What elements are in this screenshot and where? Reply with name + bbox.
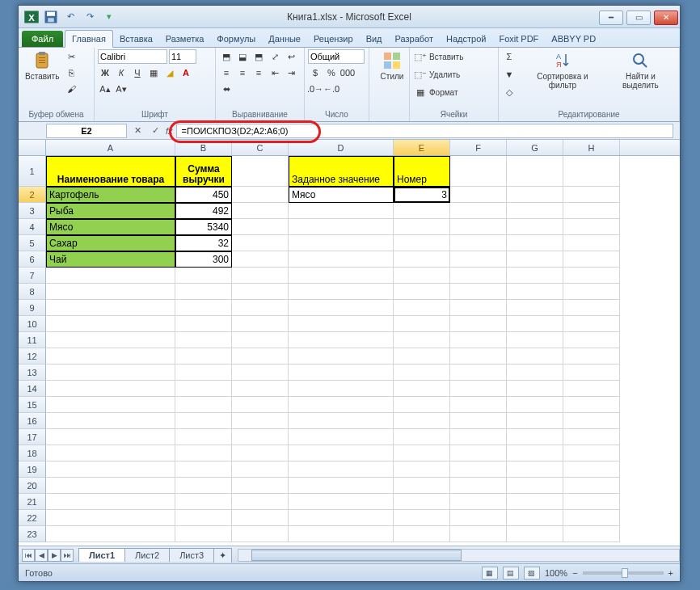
currency-icon[interactable]: $ xyxy=(308,65,323,80)
wrap-text-icon[interactable]: ↩ xyxy=(284,49,298,64)
row-header-13[interactable]: 13 xyxy=(19,365,46,381)
cell-H3[interactable] xyxy=(563,203,620,219)
cell-G4[interactable] xyxy=(507,219,563,235)
zoom-in-icon[interactable]: + xyxy=(668,568,673,578)
row-header-9[interactable]: 9 xyxy=(19,300,46,316)
cell-G1[interactable] xyxy=(507,156,563,187)
cell-H17[interactable] xyxy=(563,429,620,445)
cancel-formula-icon[interactable]: ✕ xyxy=(130,124,145,138)
cell-E5[interactable] xyxy=(394,235,450,251)
zoom-out-icon[interactable]: − xyxy=(572,568,577,578)
cell-E9[interactable] xyxy=(394,300,450,316)
col-header-F[interactable]: F xyxy=(450,140,507,155)
cell-A13[interactable] xyxy=(46,365,175,381)
cell-E20[interactable] xyxy=(394,478,450,494)
cell-B20[interactable] xyxy=(175,478,232,494)
excel-icon[interactable]: X xyxy=(23,9,40,25)
cell-B22[interactable] xyxy=(175,510,232,526)
view-normal-icon[interactable]: ▦ xyxy=(482,567,498,579)
cell-C20[interactable] xyxy=(232,478,289,494)
tab-nav-last-icon[interactable]: ⏭ xyxy=(61,549,74,562)
row-header-16[interactable]: 16 xyxy=(19,413,46,429)
cell-G7[interactable] xyxy=(507,268,563,284)
cell-C10[interactable] xyxy=(232,316,289,332)
percent-icon[interactable]: % xyxy=(324,65,339,80)
qat-dropdown-icon[interactable]: ▾ xyxy=(101,9,117,25)
cell-H12[interactable] xyxy=(563,348,620,365)
cell-E3[interactable] xyxy=(394,203,450,219)
row-header-19[interactable]: 19 xyxy=(19,461,46,478)
cell-H4[interactable] xyxy=(563,219,620,235)
cell-E11[interactable] xyxy=(394,332,450,348)
cell-A2[interactable]: Картофель xyxy=(46,187,175,203)
cell-A1[interactable]: Наименование товара xyxy=(46,156,175,187)
delete-cells-button[interactable]: ⬚⁻Удалить xyxy=(413,67,463,82)
cell-A6[interactable]: Чай xyxy=(46,251,175,268)
cell-C16[interactable] xyxy=(232,413,289,429)
cell-E6[interactable] xyxy=(394,251,450,268)
cell-C2[interactable] xyxy=(232,187,289,203)
cell-H13[interactable] xyxy=(563,365,620,381)
cell-B18[interactable] xyxy=(175,445,232,461)
cell-C22[interactable] xyxy=(232,510,289,526)
cell-C8[interactable] xyxy=(232,284,289,300)
cell-A12[interactable] xyxy=(46,348,175,365)
autosum-icon[interactable]: Σ xyxy=(502,49,517,64)
col-header-D[interactable]: D xyxy=(289,140,394,155)
cell-F3[interactable] xyxy=(450,203,507,219)
underline-icon[interactable]: Ч xyxy=(130,65,145,80)
tab-review[interactable]: Рецензир xyxy=(307,31,360,47)
cell-B2[interactable]: 450 xyxy=(175,187,232,203)
enter-formula-icon[interactable]: ✓ xyxy=(148,124,162,138)
fill-icon[interactable]: ▼ xyxy=(502,67,517,82)
cell-C9[interactable] xyxy=(232,300,289,316)
cell-B9[interactable] xyxy=(175,300,232,316)
row-header-23[interactable]: 23 xyxy=(19,526,46,542)
row-header-8[interactable]: 8 xyxy=(19,284,46,300)
shrink-font-icon[interactable]: A▾ xyxy=(114,82,129,96)
col-header-C[interactable]: C xyxy=(232,140,289,155)
cell-F17[interactable] xyxy=(450,429,507,445)
cell-A8[interactable] xyxy=(46,284,175,300)
increase-indent-icon[interactable]: ⇥ xyxy=(284,65,298,80)
tab-formulas[interactable]: Формулы xyxy=(210,31,262,47)
cell-D14[interactable] xyxy=(289,381,394,397)
cell-F5[interactable] xyxy=(450,235,507,251)
cell-H2[interactable] xyxy=(563,187,620,203)
cell-C13[interactable] xyxy=(232,365,289,381)
cell-F16[interactable] xyxy=(450,413,507,429)
col-header-H[interactable]: H xyxy=(563,140,620,155)
decrease-indent-icon[interactable]: ⇤ xyxy=(268,65,282,80)
cell-F20[interactable] xyxy=(450,478,507,494)
cell-H19[interactable] xyxy=(563,461,620,478)
cell-A16[interactable] xyxy=(46,413,175,429)
cell-D12[interactable] xyxy=(289,348,394,365)
row-header-7[interactable]: 7 xyxy=(19,268,46,284)
copy-icon[interactable]: ⎘ xyxy=(64,65,78,80)
cell-C19[interactable] xyxy=(232,461,289,478)
view-break-icon[interactable]: ▧ xyxy=(524,567,540,579)
cell-H20[interactable] xyxy=(563,478,620,494)
cell-G20[interactable] xyxy=(507,478,563,494)
number-format-select[interactable] xyxy=(308,49,365,64)
cell-C21[interactable] xyxy=(232,494,289,510)
cell-F9[interactable] xyxy=(450,300,507,316)
cell-F18[interactable] xyxy=(450,445,507,461)
cell-A3[interactable]: Рыба xyxy=(46,203,175,219)
align-right-icon[interactable]: ≡ xyxy=(251,65,266,80)
cell-B10[interactable] xyxy=(175,316,232,332)
merge-icon[interactable]: ⬌ xyxy=(219,82,234,96)
cell-E22[interactable] xyxy=(394,510,450,526)
horizontal-scrollbar[interactable] xyxy=(238,549,680,562)
cell-A5[interactable]: Сахар xyxy=(46,235,175,251)
cell-A15[interactable] xyxy=(46,397,175,413)
view-layout-icon[interactable]: ▤ xyxy=(503,567,519,579)
row-header-18[interactable]: 18 xyxy=(19,445,46,461)
cell-D10[interactable] xyxy=(289,316,394,332)
cell-H8[interactable] xyxy=(563,284,620,300)
cell-E14[interactable] xyxy=(394,381,450,397)
sort-filter-button[interactable]: АЯ Сортировка и фильтр xyxy=(521,49,604,91)
font-size-select[interactable] xyxy=(169,49,196,64)
cell-D1[interactable]: Заданное значение xyxy=(289,156,394,187)
cell-A17[interactable] xyxy=(46,429,175,445)
